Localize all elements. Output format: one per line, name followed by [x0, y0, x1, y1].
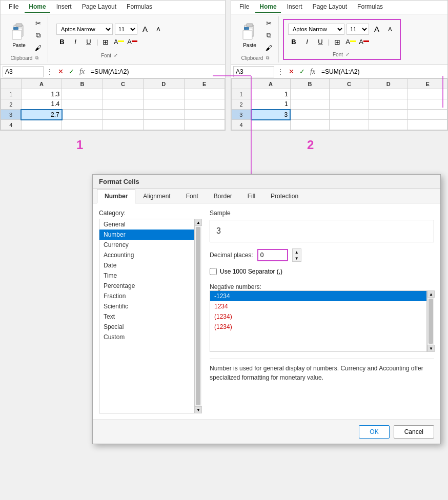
scroll-up-cat[interactable]: ▲: [195, 219, 202, 226]
cat-number[interactable]: Number: [99, 230, 194, 240]
more-btn-right[interactable]: ⋮: [276, 68, 284, 76]
cell-e3-left[interactable]: [184, 110, 225, 120]
paste-button-right[interactable]: Paste: [238, 20, 261, 51]
cell-c2-left[interactable]: [103, 99, 143, 110]
cell-d1-left[interactable]: [144, 89, 184, 99]
spin-up[interactable]: ▲: [293, 249, 301, 255]
ok-button[interactable]: OK: [359, 425, 389, 439]
confirm-formula-left[interactable]: ✓: [67, 68, 76, 76]
cut-button-left[interactable]: ✂: [32, 17, 44, 29]
cell-d1-right[interactable]: [369, 89, 408, 99]
menu-file-left[interactable]: File: [5, 2, 23, 13]
increase-font-right[interactable]: A: [371, 24, 382, 35]
separator-checkbox[interactable]: [210, 268, 217, 275]
formula-input-left[interactable]: [89, 68, 223, 75]
col-c-header-right[interactable]: C: [330, 79, 369, 89]
underline-button-left[interactable]: U: [83, 36, 94, 48]
cell-b4-right[interactable]: [290, 120, 330, 130]
cell-b3-left[interactable]: [62, 110, 103, 120]
italic-button-right[interactable]: I: [301, 36, 313, 48]
cell-c2-right[interactable]: [330, 99, 369, 110]
cell-d3-right[interactable]: [369, 110, 408, 120]
cancel-formula-left[interactable]: ✕: [56, 68, 66, 76]
cell-b3-right[interactable]: [290, 110, 330, 120]
decimal-places-input[interactable]: [257, 249, 288, 261]
spin-down[interactable]: ▼: [293, 255, 301, 261]
clipboard-expand-left[interactable]: ⧉: [33, 54, 40, 61]
increase-font-left[interactable]: A: [139, 24, 151, 35]
cell-c1-right[interactable]: [330, 89, 369, 99]
category-list[interactable]: General Number Currency Accounting Date …: [99, 219, 194, 413]
col-d-header-right[interactable]: D: [369, 79, 408, 89]
scroll-up-neg[interactable]: ▲: [427, 290, 435, 298]
cell-b1-right[interactable]: [290, 89, 330, 99]
borders-button-left[interactable]: ⊞: [100, 36, 111, 48]
cell-ref-left[interactable]: A3: [3, 66, 44, 77]
neg-item-1[interactable]: 1234: [210, 301, 426, 311]
col-e-header-right[interactable]: E: [408, 79, 447, 89]
decrease-font-right[interactable]: A: [384, 24, 396, 35]
menu-formulas-left[interactable]: Formulas: [123, 2, 156, 13]
cut-button-right[interactable]: ✂: [263, 17, 274, 29]
col-c-header-left[interactable]: C: [103, 79, 143, 89]
tab-font[interactable]: Font: [178, 189, 206, 203]
fill-color-right[interactable]: A: [345, 36, 356, 48]
insert-function-right[interactable]: fx: [308, 68, 317, 76]
neg-item-0[interactable]: -1234: [210, 291, 426, 301]
font-expand-left[interactable]: ⤢: [112, 52, 119, 59]
category-scrollbar[interactable]: ▲ ▼: [194, 219, 201, 413]
tab-border[interactable]: Border: [206, 189, 240, 203]
neg-item-3[interactable]: (1234): [210, 322, 426, 332]
cell-d4-left[interactable]: [144, 120, 184, 130]
font-expand-right[interactable]: ⤢: [344, 51, 351, 58]
cell-a1-left[interactable]: 1.3: [21, 89, 62, 99]
cell-b4-left[interactable]: [62, 120, 103, 130]
decrease-font-left[interactable]: A: [153, 24, 164, 35]
cell-e4-right[interactable]: [408, 120, 447, 130]
menu-page-layout-right[interactable]: Page Layout: [309, 2, 351, 13]
cat-time[interactable]: Time: [99, 270, 194, 281]
scroll-thumb-cat[interactable]: [196, 227, 200, 405]
scroll-down-cat[interactable]: ▼: [195, 406, 202, 413]
cat-fraction[interactable]: Fraction: [99, 291, 194, 301]
cell-b1-left[interactable]: [62, 89, 103, 99]
menu-formulas-right[interactable]: Formulas: [353, 2, 387, 13]
cat-special[interactable]: Special: [99, 322, 194, 332]
col-b-header-left[interactable]: B: [62, 79, 103, 89]
cell-e1-left[interactable]: [184, 89, 225, 99]
cell-d2-left[interactable]: [144, 99, 184, 110]
scroll-thumb-neg[interactable]: [429, 299, 433, 344]
menu-home-left[interactable]: Home: [25, 2, 50, 13]
cell-ref-right[interactable]: A3: [233, 66, 274, 77]
decimal-spinner[interactable]: ▲ ▼: [292, 248, 301, 262]
format-painter-right[interactable]: 🖌: [263, 42, 274, 53]
cancel-formula-right[interactable]: ✕: [287, 68, 296, 76]
font-color-left[interactable]: A: [127, 36, 138, 48]
cat-text[interactable]: Text: [99, 311, 194, 322]
copy-button-left[interactable]: ⧉: [32, 30, 44, 41]
formula-input-right[interactable]: [319, 68, 445, 75]
bold-button-left[interactable]: B: [56, 36, 68, 48]
cell-e1-right[interactable]: [408, 89, 447, 99]
borders-button-right[interactable]: ⊞: [332, 36, 343, 48]
menu-home-right[interactable]: Home: [255, 2, 280, 13]
col-e-header-left[interactable]: E: [184, 79, 225, 89]
col-a-header-left[interactable]: A: [21, 79, 62, 89]
cell-c4-left[interactable]: [103, 120, 143, 130]
tab-alignment[interactable]: Alignment: [135, 189, 178, 203]
cell-e2-left[interactable]: [184, 99, 225, 110]
cell-c1-left[interactable]: [103, 89, 143, 99]
clipboard-expand-right[interactable]: ⧉: [264, 54, 271, 61]
font-size-select-left[interactable]: 11: [115, 24, 137, 35]
neg-scrollbar[interactable]: ▲ ▼: [427, 290, 434, 352]
cell-c3-left[interactable]: [103, 110, 143, 120]
font-color-right[interactable]: A: [358, 36, 370, 48]
cat-custom[interactable]: Custom: [99, 332, 194, 342]
cell-a3-left[interactable]: 2.7: [21, 110, 62, 120]
cell-c4-right[interactable]: [330, 120, 369, 130]
col-b-header-right[interactable]: B: [290, 79, 330, 89]
cell-a4-right[interactable]: [251, 120, 291, 130]
confirm-formula-right[interactable]: ✓: [297, 68, 307, 76]
cell-a1-right[interactable]: 1: [251, 89, 291, 99]
cell-a3-right[interactable]: 3: [251, 110, 291, 120]
